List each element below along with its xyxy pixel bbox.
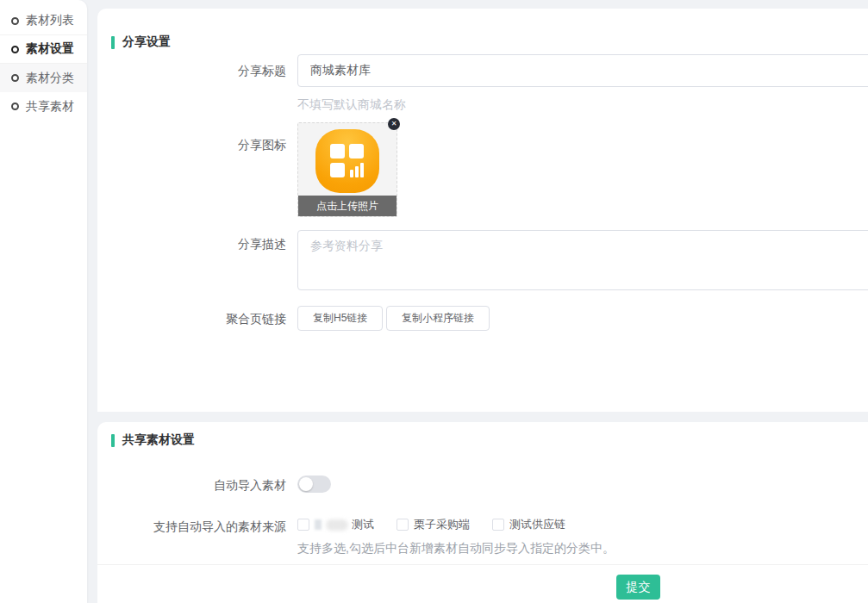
footer-divider bbox=[97, 564, 868, 565]
checkbox-icon[interactable] bbox=[397, 519, 409, 531]
radio-circle-icon bbox=[11, 103, 19, 110]
shared-material-settings-panel: 共享素材设置 自动导入素材 支持自动导入的素材来源 测试 栗子采购端 测试供应链… bbox=[97, 422, 868, 603]
source-label: 测试 bbox=[352, 517, 374, 532]
source-label: 测试供应链 bbox=[509, 517, 565, 532]
sources-hint: 支持多选,勾选后中台新增素材自动同步导入指定的分类中。 bbox=[297, 541, 615, 556]
sidebar-item-label: 共享素材 bbox=[26, 99, 74, 115]
share-desc-label: 分享描述 bbox=[97, 237, 286, 252]
auto-import-toggle[interactable] bbox=[297, 476, 331, 493]
checkbox-icon[interactable] bbox=[297, 519, 309, 531]
source-checkbox-row: 测试 栗子采购端 测试供应链 bbox=[297, 517, 565, 532]
sidebar-item-material-settings[interactable]: 素材设置 bbox=[0, 35, 87, 64]
section-accent-bar bbox=[111, 434, 115, 447]
close-icon: ✕ bbox=[391, 120, 397, 127]
share-title-input[interactable] bbox=[297, 54, 868, 87]
icon-upload-area[interactable]: 点击上传照片 ✕ bbox=[297, 122, 397, 217]
section-accent-bar bbox=[111, 36, 115, 49]
source-checkbox-test-supply-chain[interactable]: 测试供应链 bbox=[492, 517, 565, 532]
submit-button[interactable]: 提交 bbox=[616, 575, 660, 600]
upload-caption[interactable]: 点击上传照片 bbox=[298, 196, 397, 216]
section-title: 共享素材设置 bbox=[122, 432, 195, 448]
copy-miniprogram-link-button[interactable]: 复制小程序链接 bbox=[386, 306, 490, 331]
remove-icon-button[interactable]: ✕ bbox=[388, 118, 400, 130]
share-icon-label: 分享图标 bbox=[97, 138, 286, 153]
aggregation-link-label: 聚合页链接 bbox=[97, 312, 286, 327]
auto-import-label: 自动导入素材 bbox=[97, 478, 286, 494]
toggle-knob bbox=[299, 477, 313, 491]
section-header: 共享素材设置 bbox=[111, 432, 195, 448]
radio-circle-icon bbox=[11, 17, 19, 25]
share-title-hint: 不填写默认商城名称 bbox=[297, 97, 406, 113]
checkbox-icon[interactable] bbox=[492, 519, 504, 531]
redacted-text bbox=[315, 519, 322, 530]
sidebar-item-label: 素材列表 bbox=[26, 13, 74, 28]
section-header: 分享设置 bbox=[111, 34, 171, 50]
source-checkbox-lizi-procurement[interactable]: 栗子采购端 bbox=[397, 517, 470, 532]
sidebar-item-shared-material[interactable]: 共享素材 bbox=[0, 92, 87, 121]
sidebar-item-label: 素材分类 bbox=[26, 71, 74, 86]
radio-circle-icon bbox=[11, 74, 19, 82]
section-title: 分享设置 bbox=[122, 34, 171, 50]
share-settings-panel: 分享设置 分享标题 不填写默认商城名称 分享图标 点击上传照片 ✕ 分享描述 聚… bbox=[97, 9, 868, 412]
sources-label: 支持自动导入的素材来源 bbox=[97, 519, 286, 535]
sidebar: 素材列表 素材设置 素材分类 共享素材 bbox=[0, 0, 87, 603]
source-checkbox-test[interactable]: 测试 bbox=[297, 517, 374, 532]
uploaded-app-icon bbox=[315, 129, 379, 193]
share-title-label: 分享标题 bbox=[97, 64, 286, 79]
sidebar-item-material-category[interactable]: 素材分类 bbox=[0, 64, 87, 92]
source-label: 栗子采购端 bbox=[414, 517, 470, 532]
sidebar-item-label: 素材设置 bbox=[26, 41, 74, 57]
radio-circle-icon bbox=[11, 46, 19, 53]
sidebar-item-material-list[interactable]: 素材列表 bbox=[0, 7, 87, 35]
share-desc-textarea[interactable] bbox=[297, 230, 868, 290]
copy-h5-link-button[interactable]: 复制H5链接 bbox=[297, 306, 383, 331]
redacted-text bbox=[326, 519, 348, 531]
